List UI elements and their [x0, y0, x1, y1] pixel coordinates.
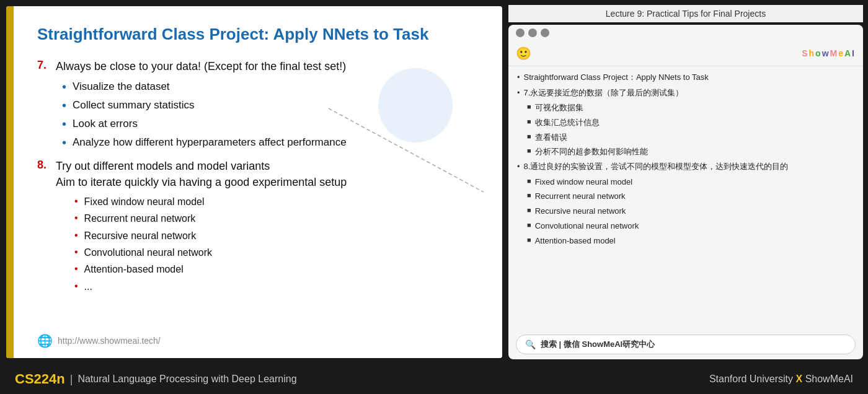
bullet-text: Visualize the dataset	[73, 79, 170, 94]
globe-icon: 🌐	[37, 333, 53, 348]
card-sq-icon: ■	[527, 235, 531, 246]
sub-text: Fixed window neural model	[84, 195, 205, 209]
translation-card: 🙂 ShowMeAI • Straightforward Class Proje…	[508, 25, 863, 359]
right-panel: Lecture 9: Practical Tips for Final Proj…	[508, 0, 868, 364]
x-separator: X	[796, 374, 805, 384]
university-name: Stanford University	[709, 374, 793, 384]
sub-recursive: • Recursive neural network	[74, 229, 477, 243]
window-dots	[508, 25, 863, 41]
sub-ellipsis: • ...	[74, 280, 477, 294]
sub-text: ...	[84, 280, 92, 294]
card-en-sub-4: ■ Convolutional neural network	[517, 220, 854, 233]
item-8-text: Try out different models and model varia…	[56, 159, 347, 174]
sub-dot: •	[74, 195, 78, 208]
card-en-sub-text: Recurrent neural network	[535, 190, 626, 203]
card-sub-text: 查看错误	[535, 131, 567, 144]
card-sub-text: 收集汇总统计信息	[535, 116, 600, 129]
dot-3	[541, 28, 549, 37]
card-item7-cn: 7.永远要接近您的数据（除了最后的测试集）	[524, 87, 684, 99]
lecture-title: Lecture 9: Practical Tips for Final Proj…	[508, 5, 863, 22]
card-sub-4: ■ 分析不同的超参数如何影响性能	[517, 146, 854, 159]
card-en-sub-5: ■ Attention-based model	[517, 235, 854, 248]
slide-left-bar	[6, 6, 14, 358]
dot-1	[516, 28, 525, 37]
bottom-left: CS224n | Natural Language Processing wit…	[15, 371, 297, 387]
card-en-sub-text: Attention-based model	[535, 235, 616, 248]
sub-fixed-window: • Fixed window neural model	[74, 195, 477, 209]
card-title-cn: Straightforward Class Project：Apply NNet…	[524, 71, 709, 84]
search-icon: 🔍	[525, 339, 536, 349]
sub-dot: •	[74, 263, 78, 276]
card-bullet-7: • 7.永远要接近您的数据（除了最后的测试集）	[517, 87, 854, 99]
item-8-subtext: Aim to iterate quickly via having a good…	[56, 175, 347, 190]
bullet-dot: •	[62, 116, 66, 131]
card-sq-icon: ■	[527, 116, 531, 128]
card-en-sub-text: Fixed window neural model	[535, 176, 633, 189]
sub-text: Recurrent neural network	[84, 212, 196, 225]
card-sub-2: ■ 收集汇总统计信息	[517, 116, 854, 129]
sub-convolutional: • Convolutional neural network	[74, 246, 477, 260]
card-sq-icon: ■	[527, 102, 531, 113]
sub-text: Recursive neural network	[84, 229, 197, 243]
card-sq-icon: ■	[527, 190, 531, 201]
card-sq-icon: ■	[527, 146, 531, 157]
card-sub-3: ■ 查看错误	[517, 131, 854, 144]
card-bullet-dot: •	[517, 87, 520, 99]
bullet-dot: •	[62, 79, 66, 94]
search-bar[interactable]: 🔍 搜索 | 微信 ShowMeAI研究中心	[516, 335, 856, 354]
item-8-sub-bullets: • Fixed window neural model • Recurrent …	[74, 195, 477, 294]
card-bullet-dot: •	[517, 71, 520, 84]
card-sub-text: 可视化数据集	[535, 102, 583, 115]
item-8-num: 8.	[37, 159, 56, 190]
sub-dot: •	[74, 212, 78, 225]
footer-url: http://www.showmeai.tech/	[58, 336, 161, 346]
card-sub-1: ■ 可视化数据集	[517, 102, 854, 115]
sub-attention: • Attention-based model	[74, 263, 477, 276]
face-icon: 🙂	[516, 46, 531, 61]
card-content: • Straightforward Class Project：Apply NN…	[508, 66, 863, 330]
brand-label: ShowMeAI	[802, 48, 856, 58]
card-bullet-title: • Straightforward Class Project：Apply NN…	[517, 71, 854, 84]
slide-title: Straightforward Class Project: Apply NNe…	[37, 25, 477, 44]
pipe-separator: |	[70, 373, 73, 386]
dot-2	[528, 28, 537, 37]
card-header: 🙂 ShowMeAI	[508, 41, 863, 66]
card-bullet-dot: •	[517, 160, 520, 173]
bullet-dot: •	[62, 135, 66, 150]
bottom-bar: CS224n | Natural Language Processing wit…	[0, 364, 868, 394]
course-code: CS224n	[15, 371, 65, 387]
sub-text: Attention-based model	[84, 263, 184, 276]
slide-footer: 🌐 http://www.showmeai.tech/	[37, 333, 161, 348]
bullet-dot: •	[62, 98, 66, 113]
sub-dot: •	[74, 229, 78, 242]
item-7-num: 7.	[37, 59, 56, 74]
card-sq-icon: ■	[527, 220, 531, 231]
bullet-text: Collect summary statistics	[73, 98, 194, 113]
item-8: 8. Try out different models and model va…	[37, 159, 477, 190]
card-en-sub-1: ■ Fixed window neural model	[517, 176, 854, 189]
bullet-text: Look at errors	[73, 116, 138, 131]
course-subtitle: Natural Language Processing with Deep Le…	[78, 374, 296, 385]
bottom-right: Stanford University X ShowMeAI	[709, 374, 853, 385]
sub-recurrent: • Recurrent neural network	[74, 212, 477, 225]
card-item8-cn: 8.通过良好的实验设置，尝试不同的模型和模型变体，达到快速迭代的目的	[524, 160, 789, 173]
card-en-sub-3: ■ Recursive neural network	[517, 205, 854, 218]
card-sub-text: 分析不同的超参数如何影响性能	[535, 146, 648, 159]
sub-dot: •	[74, 246, 78, 259]
sub-dot: •	[74, 280, 78, 293]
card-sq-icon: ■	[527, 131, 531, 142]
item-7-text: Always be close to your data! (Except fo…	[56, 59, 346, 74]
search-text: 搜索 | 微信 ShowMeAI研究中心	[541, 339, 655, 350]
decorative-circle	[378, 68, 453, 142]
card-en-sub-text: Convolutional neural network	[535, 220, 639, 233]
bullet-text: Analyze how different hyperparameters af…	[73, 135, 347, 150]
card-en-sub-2: ■ Recurrent neural network	[517, 190, 854, 203]
sub-text: Convolutional neural network	[84, 246, 212, 260]
card-en-sub-text: Recursive neural network	[535, 205, 626, 218]
card-sq-icon: ■	[527, 176, 531, 187]
card-sq-icon: ■	[527, 205, 531, 216]
slide-panel: Straightforward Class Project: Apply NNe…	[6, 6, 502, 358]
showmeai-name: ShowMeAI	[805, 374, 853, 384]
card-bullet-8: • 8.通过良好的实验设置，尝试不同的模型和模型变体，达到快速迭代的目的	[517, 160, 854, 173]
